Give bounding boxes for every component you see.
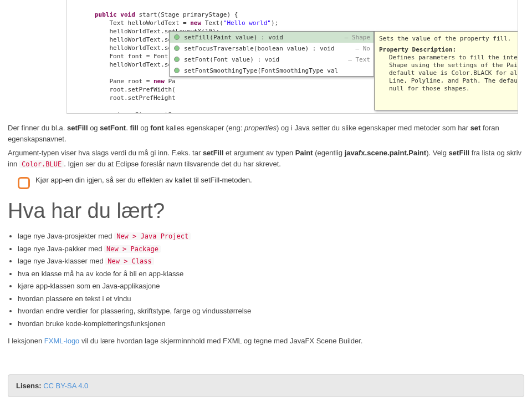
method-icon: [173, 33, 181, 41]
javadoc-title: Sets the value of the property fill.: [379, 35, 518, 43]
autocomplete-label: setFont(Font value) : void: [184, 56, 342, 63]
list-item: lage nye Java-pakker med New > Package: [18, 243, 524, 255]
autocomplete-label: setFill(Paint value) : void: [184, 34, 339, 41]
autocomplete-item[interactable]: setFontSmoothingType(FontSmoothingType v…: [170, 65, 374, 76]
checkbox-icon: [18, 177, 30, 189]
method-icon: [173, 44, 181, 52]
list-item: lage nye Java-prosjekter med New > Java …: [18, 231, 524, 242]
javadoc-tooltip: Sets the value of the property fill. Pro…: [374, 31, 518, 110]
task-callout: Kjør app-en din igjen, så ser du effekte…: [18, 176, 524, 189]
list-item: hva en klasse må ha av kode for å bli en…: [18, 268, 524, 280]
fxml-logo-link[interactable]: FXML-logo: [44, 337, 80, 345]
license-link[interactable]: CC BY-SA 4.0: [43, 382, 88, 390]
autocomplete-popup[interactable]: setFill(Paint value) : void – ShapesetFo…: [169, 31, 374, 77]
autocomplete-label: setFocusTraversable(boolean value) : voi…: [184, 45, 350, 52]
list-item: hvordan plassere en tekst i et vindu: [18, 293, 524, 305]
learning-outcomes-list: lage nye Java-prosjekter med New > Java …: [18, 231, 524, 329]
autocomplete-origin: – No: [354, 45, 371, 52]
paragraph-2: Argument-typen viser hva slags verdi du …: [8, 148, 524, 169]
menu-path-code: New > Package: [104, 245, 161, 253]
javadoc-section-label: Property Description:: [379, 46, 518, 54]
autocomplete-origin: – Shape: [342, 34, 370, 41]
list-item: hvordan bruke kode-kompletteringsfunksjo…: [18, 318, 524, 329]
menu-path-code: New > Class: [105, 257, 154, 265]
list-item: lage nye Java-klasser med New > Class: [18, 256, 524, 267]
menu-path-code: New > Java Project: [114, 232, 191, 240]
method-icon: [173, 67, 181, 74]
heading-what-learned: Hva har du lært?: [8, 199, 524, 223]
autocomplete-label: setFontSmoothingType(FontSmoothingType v…: [184, 67, 365, 74]
list-item: kjøre app-klassen som en Java-applikasjo…: [18, 281, 524, 292]
license-box: Lisens: CC BY-SA 4.0: [8, 374, 524, 397]
license-label: Lisens:: [16, 382, 43, 390]
javadoc-body: Defines parameters to fill the interior …: [389, 54, 518, 93]
method-icon: [173, 55, 181, 63]
closing-paragraph: I leksjonen FXML-logo vil du lære hvorda…: [8, 336, 524, 347]
autocomplete-origin: – Text: [346, 56, 370, 63]
paragraph-1: Der finner du bl.a. setFill og setFont. …: [8, 123, 524, 144]
autocomplete-item[interactable]: setFont(Font value) : void – Text: [170, 54, 374, 65]
autocomplete-item[interactable]: setFill(Paint value) : void – Shape: [170, 32, 374, 43]
list-item: hvordan endre verdier for plassering, sk…: [18, 306, 524, 317]
code-editor-screenshot: public void start(Stage primaryStage) { …: [66, 0, 518, 114]
task-text: Kjør app-en din igjen, så ser du effekte…: [35, 176, 252, 184]
autocomplete-item[interactable]: setFocusTraversable(boolean value) : voi…: [170, 43, 374, 54]
